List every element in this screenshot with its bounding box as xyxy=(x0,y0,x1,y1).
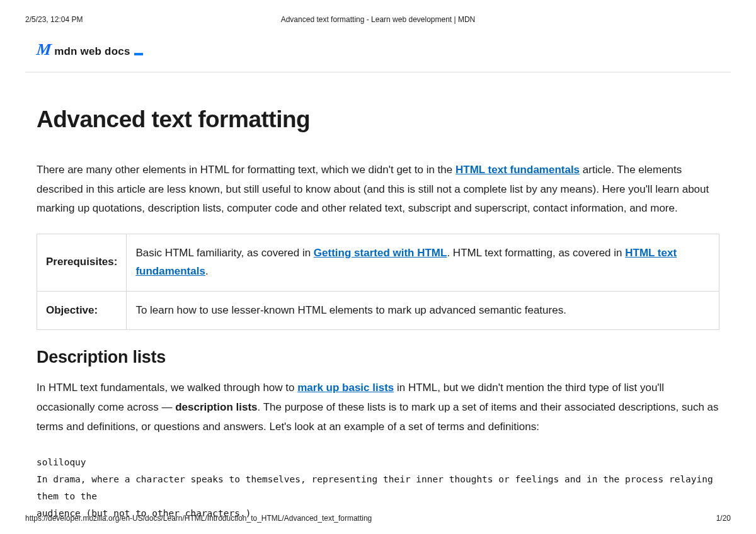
objective-value: To learn how to use lesser-known HTML el… xyxy=(127,291,719,330)
print-doc-title: Advanced text formatting - Learn web dev… xyxy=(25,15,731,24)
description-lists-paragraph: In HTML text fundamentals, we walked thr… xyxy=(37,378,719,436)
link-html-text-fundamentals[interactable]: HTML text fundamentals xyxy=(455,164,580,176)
mdn-logo-text: mdn web docs xyxy=(54,45,130,58)
strong-description-lists: description lists xyxy=(175,401,257,413)
link-mark-up-basic-lists[interactable]: mark up basic lists xyxy=(297,382,394,394)
print-footer: https://developer.mozilla.org/en-US/docs… xyxy=(25,514,731,523)
table-row: Prerequisites: Basic HTML familiarity, a… xyxy=(37,234,719,291)
print-url: https://developer.mozilla.org/en-US/docs… xyxy=(25,514,372,523)
prerequisites-value: Basic HTML familiarity, as covered in Ge… xyxy=(127,234,719,291)
page-title: Advanced text formatting xyxy=(37,106,719,133)
intro-paragraph: There are many other elements in HTML fo… xyxy=(37,161,719,219)
table-row: Objective: To learn how to use lesser-kn… xyxy=(37,291,719,330)
prerequisites-label: Prerequisites: xyxy=(37,234,127,291)
link-getting-started-html[interactable]: Getting started with HTML xyxy=(314,247,447,259)
objective-label: Objective: xyxy=(37,291,127,330)
mdn-logo-icon: M xyxy=(35,40,51,59)
site-logo: M mdn web docs xyxy=(25,35,731,72)
section-heading-description-lists: Description lists xyxy=(37,348,719,367)
meta-table: Prerequisites: Basic HTML familiarity, a… xyxy=(37,234,719,331)
print-header: 2/5/23, 12:04 PM Advanced text formattin… xyxy=(25,15,731,24)
print-page-indicator: 1/20 xyxy=(716,514,731,523)
cursor-icon xyxy=(134,53,143,55)
code-example: soliloquy In drama, where a character sp… xyxy=(37,454,719,521)
